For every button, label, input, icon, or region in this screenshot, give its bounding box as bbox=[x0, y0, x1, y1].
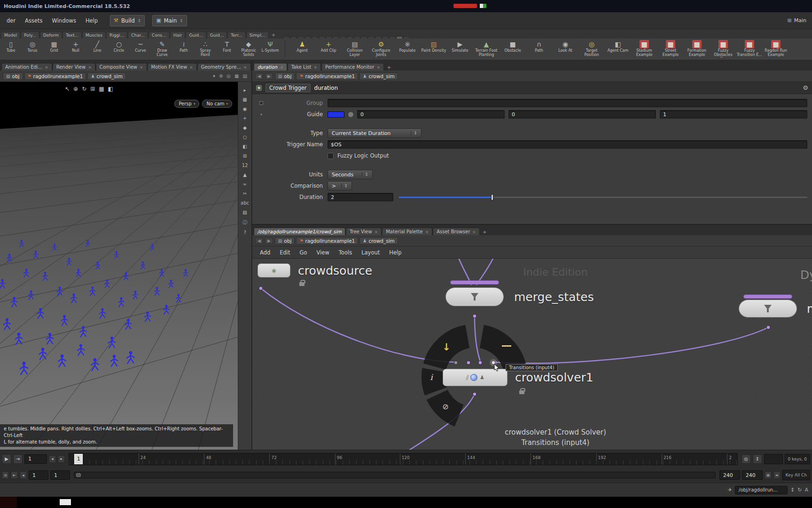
units-dropdown[interactable]: Seconds ↕ bbox=[328, 170, 373, 179]
shelf-set-selector[interactable]: ⚒ Build ↕ bbox=[110, 15, 145, 26]
viewport-side-icon[interactable]: ◉ bbox=[243, 106, 247, 111]
input-connector-2[interactable] bbox=[467, 361, 471, 365]
shelf-tool[interactable]: ◉ Look At bbox=[552, 39, 578, 60]
shelf-tool[interactable]: ※ Populate bbox=[394, 39, 421, 60]
duration-input[interactable]: 2 bbox=[328, 193, 393, 201]
shelf-tab[interactable]: Model bbox=[1, 32, 20, 39]
viewport-side-icon[interactable]: ⊞ bbox=[243, 153, 247, 159]
shelf-tool[interactable]: ╱ Line bbox=[86, 39, 108, 60]
viewport-side-icon[interactable]: ◧ bbox=[242, 144, 247, 149]
shelf-tool[interactable]: ▨ Paint Density bbox=[421, 39, 447, 60]
guide-y-input[interactable]: 0 bbox=[508, 110, 656, 119]
viewport-side-icon[interactable]: ▦ bbox=[242, 97, 247, 102]
menu-item[interactable]: Tools bbox=[334, 248, 357, 257]
shelf-tab[interactable]: Muscles bbox=[82, 32, 106, 39]
back-button[interactable]: ◀ bbox=[255, 73, 263, 79]
output-connector[interactable] bbox=[259, 286, 263, 291]
step-back-button[interactable]: ◂ bbox=[20, 471, 27, 479]
scene-viewport[interactable]: ↖⊕↻⊞▦◧ Persp ▾ No cam ▾ Indie Edition bbox=[0, 82, 238, 450]
range-slider[interactable] bbox=[74, 472, 716, 478]
close-icon[interactable]: × bbox=[88, 65, 92, 70]
comparison-dropdown[interactable]: > ↕ bbox=[328, 181, 352, 190]
shelf-tool[interactable]: T Font bbox=[216, 39, 238, 60]
shelf-tab[interactable]: Cons... bbox=[148, 32, 170, 39]
gutter-icon[interactable]: ▾ bbox=[255, 112, 267, 117]
desktop-indicator[interactable]: ⊞ Main bbox=[788, 17, 810, 24]
node-merge-states[interactable] bbox=[445, 287, 504, 306]
breadcrumb-item[interactable]: ⚑ ragdollrunexample1 bbox=[296, 237, 358, 245]
pane-tab[interactable]: Tree View × bbox=[346, 228, 382, 235]
breadcrumb-item[interactable]: ▤ obj bbox=[3, 72, 23, 80]
scope-options-icon[interactable]: ≡ bbox=[773, 471, 781, 479]
path-spinner-icon[interactable]: ↕ bbox=[790, 487, 795, 493]
breadcrumb-item[interactable]: ⚑ ragdollrunexample1 bbox=[296, 72, 358, 80]
menu-item[interactable]: Edit bbox=[275, 248, 295, 257]
breadcrumb-item[interactable]: ⚑ ragdollrunexample1 bbox=[24, 72, 86, 80]
shelf-tab[interactable]: Terr... bbox=[227, 32, 246, 39]
shelf-tool[interactable]: ≀ Path bbox=[173, 39, 195, 60]
forward-button[interactable]: ▶ bbox=[265, 238, 273, 244]
dropdown-arrows-icon[interactable]: ↕ bbox=[362, 172, 368, 177]
duration-slider[interactable] bbox=[399, 197, 807, 198]
template-flag-band[interactable] bbox=[450, 280, 499, 285]
refresh-icon[interactable]: ↻ bbox=[797, 487, 802, 493]
shelf-tool[interactable]: ○ Circle bbox=[108, 39, 130, 60]
close-icon[interactable]: × bbox=[472, 230, 476, 234]
pane-tab[interactable]: Geometry Spre... × bbox=[197, 63, 251, 71]
close-icon[interactable]: × bbox=[189, 65, 193, 70]
playback-end-field[interactable]: 240 bbox=[719, 470, 740, 480]
shelf-tool[interactable]: ◆ Platonic Solids bbox=[238, 39, 259, 60]
viewport-side-icon[interactable]: abc bbox=[241, 200, 249, 206]
viewport-tool-icon[interactable]: ◧ bbox=[108, 86, 113, 92]
shelf-tool[interactable]: ▶ Simulate bbox=[447, 39, 473, 60]
viewport-side-icon[interactable]: ≈ bbox=[243, 182, 247, 187]
breadcrumb-item[interactable]: ♟ crowd_sim bbox=[87, 72, 125, 80]
guide-color-swatch[interactable] bbox=[328, 111, 344, 118]
camera-menu-button[interactable]: No cam ▾ bbox=[202, 100, 232, 108]
radial-info-icon[interactable]: i bbox=[430, 373, 432, 382]
radial-hide-icon[interactable]: ⊘ bbox=[442, 402, 448, 411]
shelf-tool[interactable]: ▦ Fuzzy Obstacles E... bbox=[710, 39, 736, 60]
node-label[interactable]: crowdsolver1 bbox=[515, 371, 593, 384]
close-icon[interactable]: × bbox=[375, 230, 378, 234]
shelf-tool[interactable]: ♟ Agent bbox=[289, 39, 315, 60]
desktop-selector[interactable]: ▣ Main ↕ bbox=[152, 15, 187, 26]
anim-options-icon[interactable]: ⊙ bbox=[2, 471, 9, 479]
menu-item[interactable]: Go bbox=[295, 248, 312, 257]
pane-tab[interactable]: Render View × bbox=[53, 63, 95, 71]
viewport-side-icon[interactable]: ▲ bbox=[243, 172, 247, 177]
pane-tab[interactable]: Material Palette × bbox=[382, 228, 432, 235]
shelf-tab[interactable]: Char... bbox=[128, 32, 148, 39]
shelf-tool[interactable]: ✎ Draw Curve bbox=[151, 39, 173, 60]
shelf-tab[interactable]: Guid... bbox=[186, 32, 206, 39]
viewport-tool-icon[interactable]: ↻ bbox=[82, 86, 86, 92]
shelf-tool[interactable]: ⚙ Configure Joints bbox=[368, 39, 394, 60]
render-notify-icon[interactable]: ✈ bbox=[728, 487, 732, 493]
range-start-field[interactable]: 1 bbox=[29, 470, 48, 480]
key-all-button[interactable]: Key All Ch bbox=[782, 470, 810, 480]
slider-handle[interactable] bbox=[491, 194, 493, 200]
close-icon[interactable]: × bbox=[377, 65, 381, 70]
pane-tab[interactable]: Asset Browser × bbox=[433, 228, 480, 235]
shelf-tool[interactable]: ∩ Path bbox=[526, 39, 552, 60]
shelf-tool[interactable]: + Add Clip bbox=[315, 39, 342, 60]
viewport-side-icon[interactable]: 12 bbox=[242, 163, 248, 168]
add-pane-tab-button[interactable]: + bbox=[480, 229, 489, 235]
guide-z-input[interactable]: 1 bbox=[660, 110, 807, 119]
node-label[interactable]: crowdsource bbox=[298, 264, 372, 278]
node-type-chip[interactable]: Crowd Trigger bbox=[265, 84, 311, 92]
color-wheel-icon[interactable] bbox=[348, 111, 354, 118]
shelf-tool[interactable]: ▲ Terrain Foot Planting bbox=[473, 39, 500, 60]
pane-tab[interactable]: Take List × bbox=[288, 63, 321, 71]
node-right-partial[interactable] bbox=[739, 300, 797, 318]
shelf-tool[interactable]: ▦ Fuzzy Transition E... bbox=[736, 39, 763, 60]
shelf-tool[interactable]: ▦ Stadium Example bbox=[631, 39, 657, 60]
current-frame-field[interactable]: 1 bbox=[24, 454, 47, 464]
close-icon[interactable]: × bbox=[425, 230, 429, 234]
shelf-tool[interactable]: ▦ Ragdoll Run Example bbox=[763, 39, 789, 60]
dropdown-arrows-icon[interactable]: ↕ bbox=[341, 183, 348, 188]
shelf-tool[interactable]: ▦ Formation Example bbox=[684, 39, 710, 60]
close-icon[interactable]: × bbox=[280, 65, 283, 70]
menu-item[interactable]: Add bbox=[255, 248, 275, 257]
prev-key-button[interactable]: ◂ bbox=[49, 455, 56, 463]
